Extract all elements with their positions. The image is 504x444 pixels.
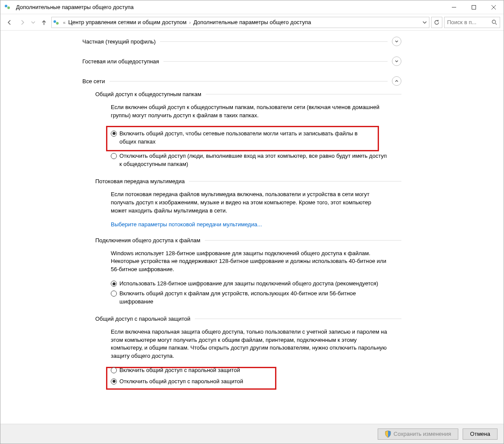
chevron-down-icon[interactable] [422, 20, 427, 25]
radio-icon [111, 131, 117, 137]
media-streaming-options-link[interactable]: Выберите параметры потоковой передачи му… [111, 221, 262, 228]
radio-public-share-on[interactable]: Включить общий доступ, чтобы сетевые пол… [111, 130, 374, 146]
section-all-label: Все сети [82, 78, 105, 84]
password-sharing-title: Общий доступ с парольной защитой [95, 316, 191, 322]
radio-password-on-label: Включить общий доступ с парольной защито… [119, 366, 388, 375]
media-streaming-desc: Если потоковая передача файлов мультимед… [111, 191, 388, 215]
search-box[interactable] [444, 17, 500, 28]
shield-icon [385, 431, 391, 438]
radio-public-share-off[interactable]: Отключить общий доступ (люди, выполнивши… [111, 152, 388, 169]
expand-private-button[interactable] [392, 37, 401, 46]
svg-rect-1 [472, 5, 476, 9]
radio-icon [111, 367, 117, 373]
file-sharing-encryption-desc: Windows использует 128-битное шифрование… [111, 250, 388, 274]
section-all-networks[interactable]: Все сети [82, 75, 401, 88]
file-sharing-encryption-title: Подключения общего доступа к файлам [95, 237, 200, 244]
radio-password-off-label: Отключить общий доступ с парольной защит… [119, 378, 272, 386]
section-guest[interactable]: Гостевая или общедоступная [82, 55, 401, 68]
radio-icon [111, 281, 117, 287]
refresh-button[interactable] [431, 17, 442, 28]
address-bar[interactable]: « Центр управления сетями и общим доступ… [51, 17, 429, 28]
search-icon [491, 19, 497, 25]
window-title: Дополнительные параметры общего доступа [16, 4, 444, 10]
cancel-button-label: Отмена [470, 431, 490, 437]
network-center-icon [53, 19, 60, 26]
network-center-icon [5, 3, 13, 11]
radio-public-share-off-label: Отключить общий доступ (люди, выполнивши… [119, 152, 388, 169]
minimize-button[interactable] [444, 0, 464, 14]
radio-icon [111, 291, 117, 297]
save-button-label: Сохранить изменения [394, 431, 451, 437]
forward-button[interactable] [17, 17, 28, 28]
public-folder-sharing-title: Общий доступ к общедоступным папкам [95, 91, 201, 97]
up-button[interactable] [38, 17, 50, 28]
radio-encryption-4056[interactable]: Включить общий доступ к файлам для устро… [111, 290, 388, 306]
radio-encryption-128-label: Использовать 128-битное шифрование для з… [119, 280, 388, 288]
save-changes-button[interactable]: Сохранить изменения [378, 428, 459, 440]
breadcrumb-separator-icon: › [189, 20, 191, 25]
subsection-password-sharing: Общий доступ с парольной защитой Если вк… [95, 316, 401, 390]
breadcrumb-back-chevron[interactable]: « [63, 20, 66, 25]
footer-bar: Сохранить изменения Отмена [0, 424, 504, 444]
public-folder-sharing-desc: Если включен общий доступ к общедоступны… [111, 103, 388, 120]
password-sharing-desc: Если включена парольная защита общего до… [111, 328, 388, 360]
section-private[interactable]: Частная (текущий профиль) [82, 35, 401, 48]
back-button[interactable] [4, 17, 15, 28]
highlight-public-share-on: Включить общий доступ, чтобы сетевые пол… [106, 126, 379, 152]
address-bar-row: « Центр управления сетями и общим доступ… [0, 14, 504, 31]
cancel-button[interactable]: Отмена [463, 428, 498, 440]
breadcrumb-current[interactable]: Дополнительные параметры общего доступа [193, 19, 311, 25]
section-guest-label: Гостевая или общедоступная [82, 58, 159, 65]
radio-public-share-on-label: Включить общий доступ, чтобы сетевые пол… [119, 130, 374, 146]
svg-line-6 [495, 23, 497, 25]
recent-locations-button[interactable] [30, 17, 37, 28]
radio-password-off[interactable]: Отключить общий доступ с парольной защит… [111, 378, 272, 386]
svg-point-5 [492, 20, 496, 24]
maximize-button[interactable] [464, 0, 484, 14]
subsection-media-streaming: Потоковая передача мультимедиа Если пото… [95, 178, 401, 228]
content-scroll-area[interactable]: Частная (текущий профиль) Гостевая или о… [0, 31, 504, 424]
collapse-all-button[interactable] [392, 76, 401, 86]
search-input[interactable] [447, 19, 482, 25]
radio-encryption-4056-label: Включить общий доступ к файлам для устро… [119, 290, 388, 306]
media-streaming-title: Потоковая передача мультимедиа [95, 178, 185, 184]
expand-guest-button[interactable] [392, 56, 401, 66]
radio-encryption-128[interactable]: Использовать 128-битное шифрование для з… [111, 280, 388, 288]
subsection-file-sharing-encryption: Подключения общего доступа к файлам Wind… [95, 237, 401, 306]
title-bar: Дополнительные параметры общего доступа [0, 0, 504, 14]
radio-password-on[interactable]: Включить общий доступ с парольной защито… [111, 366, 388, 375]
radio-icon [111, 153, 117, 159]
subsection-public-folder-sharing: Общий доступ к общедоступным папкам Если… [95, 91, 401, 169]
section-private-label: Частная (текущий профиль) [82, 38, 156, 45]
radio-icon [111, 378, 117, 385]
close-button[interactable] [484, 0, 504, 14]
breadcrumb-parent[interactable]: Центр управления сетями и общим доступом [68, 19, 187, 25]
